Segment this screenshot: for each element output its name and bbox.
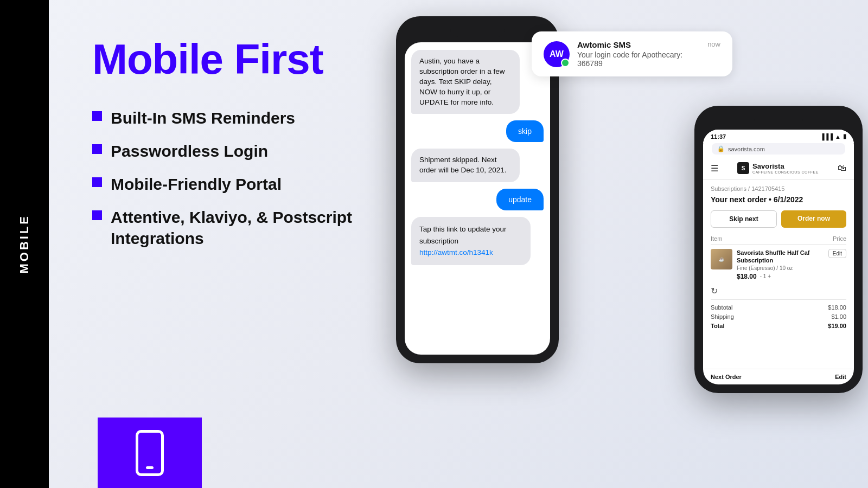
address-bar: 🔒 savorista.com (712, 143, 845, 155)
notification-card: AW Awtomic SMS Your login code for Apoth… (532, 31, 732, 76)
avatar: AW (544, 41, 570, 67)
portal-screen: 11:37 ▐▐▐ ▲ ▮ 🔒 savorista.com ☰ (703, 130, 854, 384)
skip-next-button[interactable]: Skip next (711, 210, 777, 228)
order-title: Your next order • 6/1/2022 (711, 195, 846, 204)
action-buttons: Skip next Order now (711, 210, 846, 228)
page-title: Mobile First (92, 38, 353, 80)
mobile-icon-box (98, 418, 202, 488)
sidebar-label: MOBILE (17, 214, 31, 274)
product-price: $18.00 (737, 273, 757, 280)
status-icons: ▐▐▐ ▲ ▮ (820, 133, 846, 140)
sms-reply-1: skip (506, 120, 544, 142)
status-bar: 11:37 ▐▐▐ ▲ ▮ (703, 130, 854, 143)
feature-label: Mobile-Friendly Portal (111, 174, 282, 195)
product-qty: - 1 + (760, 273, 771, 279)
column-item: Item (711, 235, 722, 242)
feature-label: Attentive, Klaviyo, & Postscript Integra… (111, 207, 353, 249)
feature-label: Built-In SMS Reminders (111, 107, 295, 129)
bullet-icon (92, 144, 102, 154)
feature-list: Built-In SMS Reminders Passwordless Logi… (92, 107, 353, 249)
product-variant: Fine (Espresso) / 10 oz (737, 265, 824, 272)
order-totals: Subtotal $18.00 Shipping $1.00 Total $19… (711, 299, 846, 329)
list-item: Mobile-Friendly Portal (92, 174, 353, 195)
sms-reply-2: update (496, 189, 544, 210)
product-row: ☕ Savorista Shuffle Half Caf Subscriptio… (711, 249, 846, 280)
product-thumbnail: ☕ (711, 249, 732, 269)
notification-message: Your login code for Apothecary: 366789 (577, 50, 700, 68)
main-content: Mobile First Built-In SMS Reminders Pass… (49, 0, 868, 488)
avatar-initials: AW (550, 49, 564, 59)
sms-message-1: Austin, you have a subscription order in… (411, 50, 520, 114)
list-item: Built-In SMS Reminders (92, 107, 353, 129)
total-row: Total $19.00 (711, 323, 846, 329)
sms-message-3: Tap this link to update your subscriptio… (411, 217, 531, 265)
subtotal-value: $18.00 (828, 304, 846, 311)
refresh-icon: ↻ (711, 286, 846, 296)
brand-name: Savorista (752, 162, 819, 170)
total-label: Total (711, 323, 724, 329)
order-now-button[interactable]: Order now (781, 210, 846, 228)
cart-icon[interactable]: 🛍 (838, 163, 846, 173)
product-info: Savorista Shuffle Half Caf Subscription … (737, 249, 824, 280)
battery-icon: ▮ (843, 133, 846, 140)
lock-icon: 🔒 (717, 145, 725, 152)
bullet-icon (92, 177, 102, 187)
phone-notch-small (754, 114, 803, 125)
total-value: $19.00 (828, 323, 846, 329)
shipping-row: Shipping $1.00 (711, 313, 846, 320)
portal-footer: Next Order Edit (703, 369, 854, 384)
table-header: Item Price (711, 235, 846, 245)
edit-product-button[interactable]: Edit (828, 249, 846, 258)
product-name: Savorista Shuffle Half Caf Subscription (737, 249, 824, 265)
brand-sub: CAFFEINE CONSCIOUS COFFEE (752, 170, 819, 174)
list-item: Attentive, Klaviyo, & Postscript Integra… (92, 207, 353, 249)
sms-subscription-link[interactable]: http://awtmt.co/h1341k (419, 248, 493, 256)
portal-content: Subscriptions / 1421705415 Your next ord… (703, 180, 854, 369)
portal-phone-mockup: 11:37 ▐▐▐ ▲ ▮ 🔒 savorista.com ☰ (694, 106, 863, 393)
sms-message-2: Shipment skipped. Next order will be Dec… (411, 149, 520, 182)
phone-notch (450, 25, 505, 37)
sms-screen: Austin, you have a subscription order in… (405, 42, 550, 355)
logo-icon: S (737, 162, 749, 174)
portal-nav: ☰ S Savorista CAFFEINE CONSCIOUS COFFEE … (703, 157, 854, 180)
feature-label: Passwordless Login (111, 140, 268, 162)
next-order-edit[interactable]: Edit (835, 374, 846, 380)
bullet-icon (92, 111, 102, 121)
subtotal-row: Subtotal $18.00 (711, 304, 846, 311)
notification-time: now (707, 40, 720, 48)
shipping-label: Shipping (711, 313, 734, 320)
bullet-icon (92, 210, 102, 220)
avatar-badge (561, 59, 570, 67)
subtotal-label: Subtotal (711, 304, 732, 311)
phone-icon (136, 430, 164, 476)
sidebar: MOBILE (0, 0, 49, 488)
notification-content: Awtomic SMS Your login code for Apotheca… (577, 40, 700, 68)
right-section: AW Awtomic SMS Your login code for Apoth… (385, 0, 868, 488)
notification-sender: Awtomic SMS (577, 40, 700, 49)
status-time: 11:37 (711, 133, 726, 140)
next-order-label: Next Order (711, 374, 742, 380)
column-price: Price (833, 235, 846, 242)
url-text: savorista.com (728, 146, 765, 152)
shipping-value: $1.00 (831, 313, 846, 320)
hamburger-icon[interactable]: ☰ (711, 163, 718, 174)
list-item: Passwordless Login (92, 140, 353, 162)
breadcrumb: Subscriptions / 1421705415 (711, 185, 846, 192)
left-section: Mobile First Built-In SMS Reminders Pass… (49, 0, 385, 488)
signal-icon: ▐▐▐ (820, 133, 833, 140)
wifi-icon: ▲ (835, 133, 841, 140)
brand-logo: S Savorista CAFFEINE CONSCIOUS COFFEE (737, 162, 819, 174)
